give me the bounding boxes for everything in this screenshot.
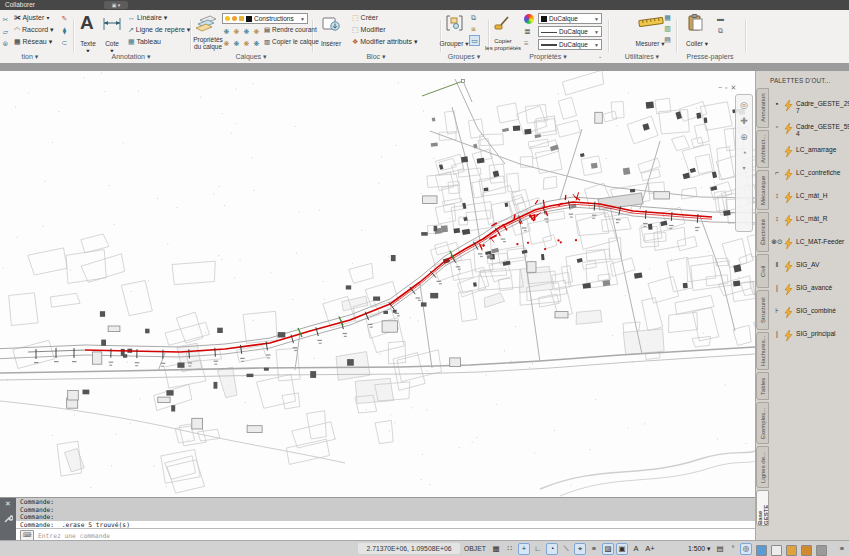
status-tray-icon-2[interactable] [786, 545, 797, 556]
grid-icon[interactable]: ▦ [490, 543, 502, 555]
palette-item-SIG_principal[interactable]: |SIG_principal [769, 326, 849, 348]
units-icon[interactable]: ° [727, 543, 739, 555]
steering-wheel-icon[interactable]: ◎ [740, 100, 748, 110]
annotation-visibility-icon[interactable]: A [630, 543, 642, 555]
snap-icon[interactable]: ∷ [504, 543, 516, 555]
panel-footer-groupes[interactable]: Groupes ▾ [448, 53, 480, 61]
tableau-button[interactable]: ▦ Tableau [128, 38, 161, 46]
paste-icon[interactable] [688, 14, 703, 32]
count-icon[interactable]: ▤ [663, 35, 672, 44]
erase-icon[interactable]: ✎ [60, 14, 69, 23]
palette-item-LC_MAT-Feeder[interactable]: ⊗⊙LC_MAT-Feeder [769, 234, 849, 256]
lineweight-icon[interactable]: ≡ [588, 543, 600, 555]
panel-footer-presse-papiers[interactable]: Presse-papiers [686, 53, 733, 60]
modifier-attributs-button[interactable]: ❖ Modifier attributs ▾ [352, 38, 417, 46]
palette-item-SIG_AV[interactable]: ‖SIG_AV [769, 257, 849, 279]
panel-footer-proprietes[interactable]: Propriétés ▾ [529, 53, 566, 61]
palette-item-Cadre_GESTE_59[interactable]: ▫Cadre_GESTE_594 [769, 119, 849, 141]
layer-properties-icon[interactable] [196, 14, 218, 32]
close-icon[interactable]: ✕ [731, 84, 740, 91]
palette-tab-Architect...[interactable]: Architect... [756, 130, 769, 168]
insert-block-icon[interactable] [322, 15, 340, 31]
mode-indicator[interactable]: OBJET [464, 543, 486, 554]
isodraft-icon[interactable]: ⟍ [560, 543, 572, 555]
object-snap-icon[interactable]: ⌖ [574, 543, 586, 555]
palette-tab-Base GESTE[interactable]: Base GESTE [756, 490, 769, 526]
customize-menu-icon[interactable]: ≡ [836, 543, 848, 555]
orbit-icon[interactable]: ◔ [741, 148, 746, 158]
palette-tab-Civil[interactable]: Civil [756, 254, 769, 288]
inserer-button[interactable]: Insérer [321, 40, 341, 47]
status-tray-icon-3[interactable] [801, 545, 812, 556]
measure-icon[interactable] [638, 16, 664, 28]
group-icon[interactable] [446, 15, 463, 31]
raccord-button[interactable]: ◠ Raccord ▾ [14, 26, 54, 34]
autoscale-icon[interactable]: A+ [644, 543, 656, 555]
selection-cycling-icon[interactable]: ▣ [616, 543, 628, 555]
close-command-icon[interactable]: ✕ [0, 498, 16, 510]
palette-tab-Lignes de...[interactable]: Lignes de... [756, 446, 769, 488]
ribbon-options-button[interactable]: ▣ ▾ [104, 1, 128, 9]
navbar-menu-icon[interactable]: ▾ [742, 164, 745, 171]
polar-tracking-icon[interactable]: ◔ [546, 543, 558, 555]
rendre-courant-button[interactable]: ▤ Rendre courant [264, 26, 317, 34]
dimension-icon[interactable] [103, 18, 121, 30]
coordinates-display[interactable]: 2.71370E+06, 1.09508E+06 [358, 543, 460, 554]
palette-tab-Mécanique[interactable]: Mécanique [756, 170, 769, 210]
palette-item-Cadre_GESTE_29[interactable]: ▪Cadre_GESTE_297 [769, 96, 849, 118]
palette-tab-Électricité[interactable]: Électricité [756, 212, 769, 252]
command-history[interactable]: Commande:Commande:Commande:Commande: _.e… [16, 498, 755, 528]
drawing-canvas[interactable] [0, 71, 849, 497]
modifier-bloc-button[interactable]: ⬚ Modifier [352, 26, 385, 34]
dynamic-input-icon[interactable]: + [518, 543, 530, 555]
coller-button[interactable]: Coller ▾ [686, 40, 708, 47]
offset-icon[interactable]: ⊂ [60, 38, 69, 47]
mesurer-button[interactable]: Mesurer ▾ [636, 40, 665, 47]
panel-footer-calques[interactable]: Calques ▾ [235, 53, 266, 61]
wrench-icon[interactable] [3, 514, 13, 524]
group-edit-icon[interactable]: ⧆ [469, 24, 478, 33]
panel-footer-modification[interactable]: tion ▾ [22, 53, 39, 61]
quick-properties-icon[interactable]: ◎ [740, 543, 752, 555]
palette-item-LC_mât_R[interactable]: ↕LC_mât_R [769, 211, 849, 233]
cut-icon[interactable]: ▬ [716, 14, 725, 23]
group-bounding-icon[interactable]: ▭ [469, 35, 480, 46]
palette-item-LC_contrefiche[interactable]: ⌐LC_contrefiche [769, 165, 849, 187]
layer-dropdown[interactable]: Constructions ▼ [222, 13, 308, 24]
clipped-icon[interactable]: ✂ [1, 15, 10, 24]
dialog-launcher-icon[interactable]: ⌄ [598, 53, 602, 59]
ligne-repere-button[interactable]: ↗ Ligne de repère ▾ [128, 26, 190, 34]
panel-footer-utilitaires[interactable]: Utilitaires ▾ [625, 53, 659, 61]
ajuster-button[interactable]: ✀ Ajuster ▾ [14, 14, 50, 22]
id-point-icon[interactable]: ▥ [663, 24, 672, 33]
annotation-scale-control[interactable]: 1:500 ▾ [688, 543, 710, 554]
palette-item-LC_mât_H[interactable]: ↕LC_mât_H [769, 188, 849, 210]
copier-calque-button[interactable]: ▥ Copier le calque [264, 38, 319, 46]
linetype-dropdown[interactable]: DuCalque ▼ [538, 26, 602, 37]
palette-tab-Tables[interactable]: Tables [756, 372, 769, 400]
palette-item-LC_amarrage[interactable]: LC_amarrage [769, 142, 849, 164]
layer-properties-button[interactable]: Propriétésdu calque [193, 36, 223, 50]
palette-title[interactable]: PALETTES D'OUT... [770, 77, 848, 84]
palette-item-SIG_avancé[interactable]: |SIG_avancé [769, 280, 849, 302]
palette-tab-Hachures...[interactable]: Hachures... [756, 332, 769, 370]
drawing-viewport[interactable] [0, 71, 849, 497]
status-tray-icon-4[interactable] [816, 545, 827, 556]
status-tray-icon-1[interactable] [771, 545, 782, 556]
reseau-button[interactable]: ▦ Réseau ▾ [14, 38, 52, 46]
explode-icon[interactable]: ⧫ [60, 26, 69, 35]
match-properties-icon[interactable] [494, 15, 510, 31]
quick-calc-icon[interactable]: ▦ [663, 13, 672, 22]
ungroup-icon[interactable]: ⧉ [469, 13, 478, 22]
palette-tab-Annotation[interactable]: Annotation [756, 88, 769, 128]
copy-clip-icon[interactable]: ⧉ [716, 26, 725, 35]
command-input[interactable]: Entrez une commande [38, 532, 110, 539]
creer-bloc-button[interactable]: ⬚ Créer [352, 14, 378, 22]
copier-proprietes-button[interactable]: Copierles propriétés [485, 38, 521, 51]
panel-footer-bloc[interactable]: Bloc ▾ [366, 53, 385, 61]
transparency-icon[interactable]: ▨ [602, 543, 614, 555]
panel-footer-annotation[interactable]: Annotation ▾ [112, 53, 151, 61]
status-tray-icon-0[interactable] [756, 545, 767, 556]
lineweight-dropdown[interactable]: DuCalque ▼ [538, 39, 602, 50]
palette-tab-Structurel[interactable]: Structurel [756, 290, 769, 330]
